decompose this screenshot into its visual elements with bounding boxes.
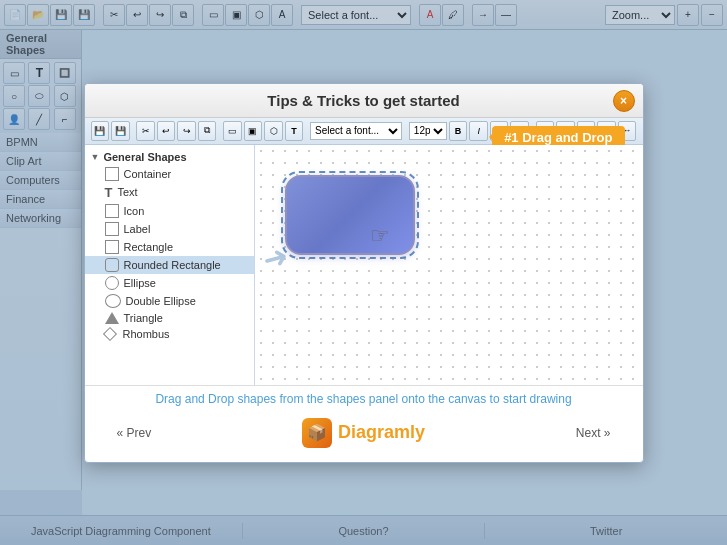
shapes-section-label: General Shapes [103,151,186,163]
canvas-shape-rounded-rect[interactable] [285,175,415,255]
shape-label-container: Container [124,168,172,180]
modal-title: Tips & Tricks to get started [267,92,459,109]
rect-shape-icon [105,240,119,254]
shapes-section-header[interactable]: ▼ General Shapes [85,149,254,165]
modal-size-select[interactable]: 12pt [409,122,447,140]
modal-footer-text: Drag and Drop shapes from the shapes pan… [101,392,627,406]
shape-item-rectangle[interactable]: Rectangle [85,238,254,256]
shape-label-ellipse: Ellipse [124,277,156,289]
shapes-panel: ▼ General Shapes Container T Text Icon [85,145,255,385]
modal-overlay[interactable]: Tips & Tricks to get started × #1 Drag a… [0,0,727,545]
icon-shape-icon [105,204,119,218]
shape-label-rectangle: Rectangle [124,241,174,253]
text-shape-icon: T [105,185,113,200]
modal-save2-button[interactable]: 💾 [111,121,130,141]
modal-bold-btn[interactable]: B [449,121,468,141]
logo-icon: 📦 [302,418,332,448]
double-ellipse-icon [105,294,121,308]
shape-item-icon[interactable]: Icon [85,202,254,220]
triangle-icon [105,312,119,324]
modal-next-button[interactable]: Next » [568,422,619,444]
modal-rect-btn[interactable]: ▭ [223,121,242,141]
modal-titlebar: Tips & Tricks to get started [85,84,643,118]
label-shape-icon [105,222,119,236]
modal-text-btn[interactable]: T [285,121,304,141]
ellipse-icon [105,276,119,290]
modal-canvas[interactable]: ➜ ☞ [255,145,643,385]
modal-redo-button[interactable]: ↪ [177,121,196,141]
shape-item-triangle[interactable]: Triangle [85,310,254,326]
shape-label-rounded-rect: Rounded Rectangle [124,259,221,271]
modal-nav: « Prev 📦 Diagramly Next » [101,414,627,452]
modal-footer: Drag and Drop shapes from the shapes pan… [85,385,643,462]
modal-copy-button[interactable]: ⧉ [198,121,217,141]
modal-font-select[interactable]: Select a font... [310,122,402,140]
container-icon [105,167,119,181]
shapes-section-arrow: ▼ [91,152,100,162]
modal-dialog: Tips & Tricks to get started × #1 Drag a… [84,83,644,463]
modal-shape2-btn[interactable]: ▣ [244,121,263,141]
shape-item-container[interactable]: Container [85,165,254,183]
modal-prev-button[interactable]: « Prev [109,422,160,444]
modal-undo-button[interactable]: ↩ [157,121,176,141]
rhombus-icon [102,326,116,340]
modal-save-button[interactable]: 💾 [91,121,110,141]
logo-text: Diagramly [338,422,425,443]
modal-close-button[interactable]: × [613,90,635,112]
shape-item-text[interactable]: T Text [85,183,254,202]
shape-item-rounded-rect[interactable]: Rounded Rectangle [85,256,254,274]
shape-item-rhombus[interactable]: Rhombus [85,326,254,342]
shape-item-label[interactable]: Label [85,220,254,238]
modal-shape3-btn[interactable]: ⬡ [264,121,283,141]
modal-cut-button[interactable]: ✂ [136,121,155,141]
shape-label-text: Text [117,186,137,198]
shape-label-double-ellipse: Double Ellipse [126,295,196,307]
rounded-rect-icon [105,258,119,272]
shape-label-icon: Icon [124,205,145,217]
shape-label-rhombus: Rhombus [123,328,170,340]
modal-body: ▼ General Shapes Container T Text Icon [85,145,643,385]
modal-logo: 📦 Diagramly [302,418,425,448]
shape-label-triangle: Triangle [124,312,163,324]
shape-label-label: Label [124,223,151,235]
shape-item-ellipse[interactable]: Ellipse [85,274,254,292]
shape-item-double-ellipse[interactable]: Double Ellipse [85,292,254,310]
